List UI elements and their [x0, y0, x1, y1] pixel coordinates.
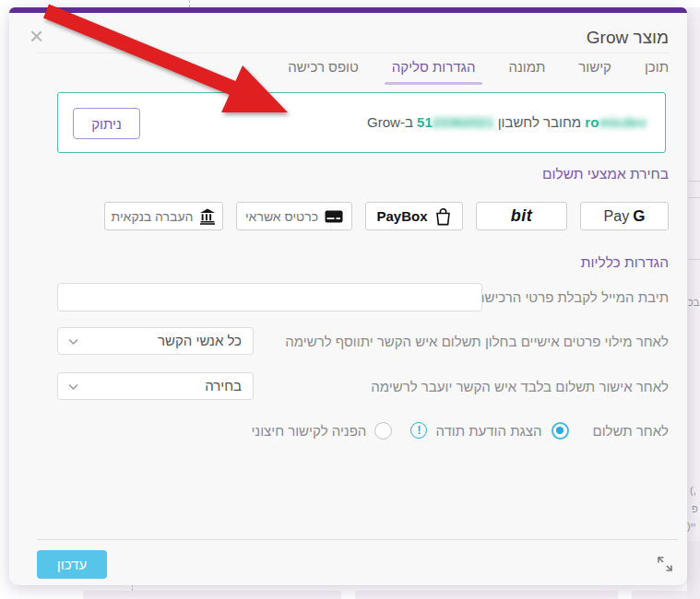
header-divider — [37, 53, 669, 53]
thankyou-radio-label: הצגת הודעת תודה — [435, 423, 541, 439]
gpay-button[interactable]: G Pay — [580, 202, 669, 230]
bg-dashed-line-top — [189, 0, 190, 7]
tab-clearing-settings[interactable]: הגדרות סליקה — [392, 59, 476, 85]
connected-account-text: romicdev מחובר לחשבון 5123362021 ב-Grow — [367, 93, 647, 152]
payment-methods-row: G Pay bit PayBox כרטיס אשראי — [104, 202, 669, 230]
bg-card — [355, 591, 618, 599]
bg-fragment-text: בכ — [688, 297, 699, 308]
redacted-name: micdev — [599, 114, 647, 130]
account-number: 5123362021 — [417, 114, 493, 130]
bg-card — [83, 591, 341, 599]
email-input[interactable] — [57, 283, 482, 311]
redacted-account-number: 23362021 — [433, 114, 494, 130]
bank-transfer-label: העברה בנקאית — [112, 209, 194, 224]
chevron-down-icon — [68, 383, 78, 391]
radio-dot — [556, 427, 564, 434]
bg-fragment-line — [689, 259, 700, 260]
bg-fragment-text: )יי — [687, 521, 695, 532]
bg-fragment-line — [689, 197, 700, 198]
product-settings-dialog: × מוצר Grow תוכן קישור תמונה הגדרות סליק… — [9, 7, 687, 585]
bg-card-right — [687, 541, 700, 599]
external-link-radio[interactable] — [374, 422, 392, 440]
tab-content[interactable]: תוכן — [645, 59, 669, 85]
info-icon[interactable]: ! — [410, 422, 427, 439]
gpay-g-logo-icon: G — [633, 207, 645, 226]
update-button[interactable]: עדכון — [37, 550, 107, 579]
close-icon[interactable]: × — [30, 24, 43, 48]
resize-handle-icon[interactable] — [654, 553, 676, 575]
select-value: כל אנשי הקשר — [158, 333, 242, 348]
gpay-label: Pay — [604, 208, 630, 225]
confirmed-payment-list-label: לאחר אישור תשלום בלבד איש הקשר יועבר לרש… — [371, 379, 669, 394]
external-link-radio-label: הפניה לקישור חיצוני — [251, 423, 366, 439]
dialog-tabs: תוכן קישור תמונה הגדרות סליקה טופס רכישה — [288, 59, 669, 85]
bit-logo-icon: bit — [511, 206, 533, 226]
bit-button[interactable]: bit — [476, 202, 567, 230]
screen: בכ (, פ )יי × מוצר Grow תוכן קישור תמונה… — [0, 0, 700, 599]
footer-divider — [37, 539, 678, 540]
connected-account-box: romicdev מחובר לחשבון 5123362021 ב-Grow … — [57, 92, 666, 153]
email-field-label: תיבת המייל לקבלת פרטי הרכישה — [476, 289, 669, 305]
chevron-down-icon — [68, 338, 78, 346]
contact-added-label: לאחר מילוי פרטים אישיים בחלון תשלום איש … — [285, 334, 669, 349]
general-settings-heading: הגדרות כלליות — [581, 254, 669, 271]
via-grow-label: ב-Grow — [367, 114, 413, 130]
tab-purchase-form[interactable]: טופס רכישה — [288, 59, 359, 85]
tab-link[interactable]: קישור — [578, 59, 611, 85]
credit-card-icon — [325, 210, 343, 223]
payment-methods-heading: בחירת אמצעי תשלום — [542, 166, 669, 182]
disconnect-button[interactable]: ניתוק — [73, 108, 140, 139]
bg-fragment-text: (, — [690, 485, 696, 496]
select-value: בחירה — [205, 378, 242, 393]
shopping-bag-icon — [434, 207, 452, 226]
tab-label: הגדרות סליקה — [392, 59, 476, 75]
bg-fragment-text: פ — [692, 503, 698, 514]
paybox-label: PayBox — [376, 208, 427, 224]
bank-icon — [199, 208, 216, 225]
thankyou-radio[interactable] — [552, 422, 569, 440]
tab-image[interactable]: תמונה — [508, 59, 545, 85]
after-payment-options: לאחר תשלום הצגת הודעת תודה ! הפניה לקישו… — [251, 420, 669, 440]
confirmed-list-select[interactable]: בחירה — [57, 372, 254, 400]
active-tab-underline — [385, 82, 483, 85]
contact-list-select[interactable]: כל אנשי הקשר — [57, 327, 254, 355]
dialog-title: מוצר Grow — [587, 28, 669, 48]
bg-fragment-line — [689, 181, 700, 182]
paybox-button[interactable]: PayBox — [365, 202, 463, 230]
credit-card-button[interactable]: כרטיס אשראי — [236, 202, 352, 230]
account-name: romicdev — [585, 114, 647, 130]
bank-transfer-button[interactable]: העברה בנקאית — [104, 202, 223, 230]
dialog-top-accent-bar — [9, 7, 687, 13]
credit-card-label: כרטיס אשראי — [245, 209, 318, 224]
after-payment-label: לאחר תשלום — [593, 423, 669, 439]
connected-label: מחובר לחשבון — [498, 114, 581, 130]
